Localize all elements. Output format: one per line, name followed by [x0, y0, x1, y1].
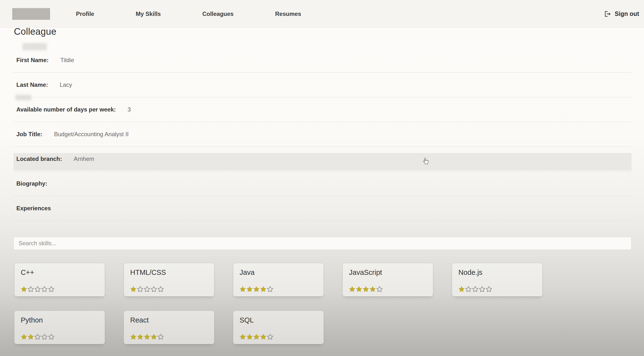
- star-filled-icon[interactable]: [136, 333, 144, 340]
- detail-row-label: Biography:: [16, 180, 48, 187]
- star-empty-icon[interactable]: [472, 286, 479, 293]
- star-filled-icon[interactable]: [20, 333, 28, 340]
- star-filled-icon[interactable]: [239, 333, 246, 340]
- skill-name: React: [130, 316, 149, 324]
- skill-rating-stars[interactable]: [458, 286, 492, 293]
- skills-search-wrap: [14, 237, 632, 250]
- star-filled-icon[interactable]: [458, 286, 465, 293]
- detail-row[interactable]: Job Title: Budget/Accounting Analyst II: [14, 122, 632, 147]
- star-empty-icon[interactable]: [150, 286, 158, 293]
- detail-row-label: First Name:: [16, 57, 48, 64]
- star-empty-icon[interactable]: [34, 286, 41, 293]
- detail-row[interactable]: First Name: Tildie: [14, 48, 632, 73]
- nav-item-resumes[interactable]: Resumes: [275, 11, 301, 17]
- star-filled-icon[interactable]: [253, 333, 260, 340]
- skill-name: Python: [21, 316, 43, 324]
- star-filled-icon[interactable]: [253, 286, 260, 293]
- top-navbar: Profile My Skills Colleagues Resumes Sig…: [0, 0, 644, 28]
- skill-card-html-css[interactable]: HTML/CSS: [124, 263, 214, 297]
- skills-grid: C++ HTML/CSS Java JavaScript: [14, 263, 543, 344]
- sign-out-label: Sign out: [615, 10, 639, 17]
- skill-rating-stars[interactable]: [130, 333, 164, 340]
- blurred-redaction: [16, 95, 31, 100]
- skill-card-c-[interactable]: C++: [14, 263, 105, 297]
- skill-card-sql[interactable]: SQL: [233, 310, 324, 344]
- star-empty-icon[interactable]: [478, 286, 486, 293]
- star-filled-icon[interactable]: [260, 333, 267, 340]
- star-filled-icon[interactable]: [246, 286, 253, 293]
- star-empty-icon[interactable]: [143, 286, 151, 293]
- page-title: Colleague: [14, 26, 56, 37]
- star-empty-icon[interactable]: [136, 286, 144, 293]
- detail-row[interactable]: Biography:: [14, 171, 632, 196]
- star-filled-icon[interactable]: [143, 333, 151, 340]
- search-skills-input[interactable]: [14, 237, 632, 250]
- detail-row[interactable]: Located branch: Arnhem: [14, 147, 632, 171]
- star-empty-icon[interactable]: [266, 286, 274, 293]
- nav-item-label: Profile: [76, 11, 94, 17]
- nav-item-my-skills[interactable]: My Skills: [136, 11, 161, 17]
- star-empty-icon[interactable]: [266, 333, 274, 340]
- skill-card-javascript[interactable]: JavaScript: [342, 263, 433, 297]
- star-empty-icon[interactable]: [485, 286, 492, 293]
- star-filled-icon[interactable]: [239, 286, 246, 293]
- detail-row-label: Located branch:: [16, 155, 62, 162]
- skill-name: Node.js: [458, 268, 482, 277]
- skill-name: Java: [240, 268, 254, 277]
- app-logo[interactable]: [12, 8, 50, 20]
- star-filled-icon[interactable]: [362, 286, 370, 293]
- skill-rating-stars[interactable]: [130, 286, 164, 293]
- detail-row-value: Tildie: [60, 57, 74, 64]
- star-empty-icon[interactable]: [48, 286, 55, 293]
- detail-row-value: Budget/Accounting Analyst II: [54, 131, 129, 138]
- blurred-redaction: [22, 43, 47, 50]
- skill-name: C++: [21, 268, 34, 277]
- star-empty-icon[interactable]: [157, 333, 164, 340]
- star-filled-icon[interactable]: [246, 333, 253, 340]
- star-filled-icon[interactable]: [150, 333, 158, 340]
- detail-row[interactable]: Last Name: Lacy: [14, 73, 632, 97]
- detail-row-value: Arnhem: [74, 155, 94, 162]
- skill-rating-stars[interactable]: [20, 286, 54, 293]
- skill-card-node-js[interactable]: Node.js: [452, 263, 543, 297]
- skill-name: SQL: [240, 316, 254, 324]
- skill-card-java[interactable]: Java: [233, 263, 324, 297]
- detail-row-label: Available number of days per week:: [16, 106, 116, 113]
- star-empty-icon[interactable]: [27, 286, 34, 293]
- skill-rating-stars[interactable]: [20, 333, 54, 340]
- colleague-detail-list: First Name: Tildie Last Name: Lacy Avail…: [14, 48, 632, 221]
- nav-item-label: Resumes: [275, 11, 301, 17]
- detail-row-value: Lacy: [60, 81, 72, 88]
- skill-card-react[interactable]: React: [124, 310, 214, 344]
- star-filled-icon[interactable]: [348, 286, 356, 293]
- star-empty-icon[interactable]: [41, 286, 48, 293]
- detail-row[interactable]: Available number of days per week: 3: [14, 97, 632, 122]
- skill-rating-stars[interactable]: [239, 333, 273, 340]
- star-filled-icon[interactable]: [260, 286, 267, 293]
- star-empty-icon[interactable]: [465, 286, 472, 293]
- skill-rating-stars[interactable]: [348, 286, 383, 293]
- star-filled-icon[interactable]: [27, 333, 34, 340]
- star-empty-icon[interactable]: [157, 286, 164, 293]
- star-empty-icon[interactable]: [376, 286, 383, 293]
- star-filled-icon[interactable]: [130, 333, 137, 340]
- sign-out-icon: [604, 10, 611, 18]
- star-filled-icon[interactable]: [369, 286, 376, 293]
- skill-card-python[interactable]: Python: [14, 310, 105, 344]
- sign-out-button[interactable]: Sign out: [604, 0, 639, 28]
- detail-row[interactable]: Experiences: [14, 196, 632, 221]
- detail-row-label: Experiences: [16, 205, 51, 212]
- star-empty-icon[interactable]: [48, 333, 55, 340]
- nav-item-label: Colleagues: [202, 11, 234, 17]
- star-empty-icon[interactable]: [34, 333, 41, 340]
- star-filled-icon[interactable]: [130, 286, 137, 293]
- star-filled-icon[interactable]: [355, 286, 363, 293]
- detail-row-value: 3: [128, 106, 131, 113]
- star-filled-icon[interactable]: [20, 286, 28, 293]
- nav-item-colleagues[interactable]: Colleagues: [202, 11, 234, 17]
- skill-rating-stars[interactable]: [239, 286, 273, 293]
- app-window: Profile My Skills Colleagues Resumes Sig…: [0, 0, 644, 356]
- nav-item-profile[interactable]: Profile: [76, 11, 94, 17]
- star-empty-icon[interactable]: [41, 333, 48, 340]
- skill-name: JavaScript: [349, 268, 382, 277]
